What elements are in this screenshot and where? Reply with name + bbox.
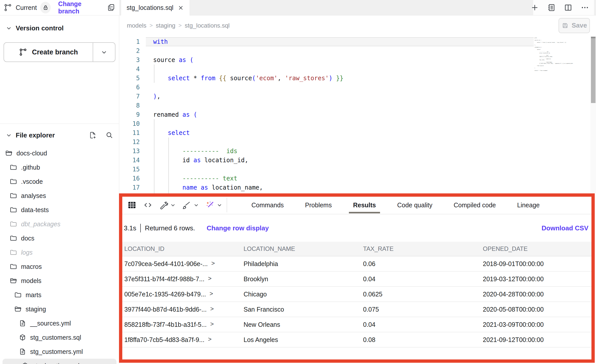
table-cell: Chicago [242,291,361,298]
tree-item--github[interactable]: .github [0,160,119,174]
tree-item-logs[interactable]: logs [0,245,119,259]
code-text: ---------- ids [153,147,237,156]
tree-item-stg-customers-yml[interactable]: stg_customers.yml [0,345,119,359]
tree-item-marts[interactable]: marts [0,288,119,302]
panel-tab-lineage[interactable]: Lineage [517,197,540,213]
tree-item-stg-customers-sql[interactable]: stg_customers.sql [0,330,119,345]
line-number: 8 [119,101,140,110]
table-cell: 7c079cea-5ed4-4101-906e-...> [122,260,242,268]
tree-item-data-tests[interactable]: data-tests [0,203,119,217]
code-line-17[interactable]: 17 name as location_name, [119,183,596,192]
save-button[interactable]: Save [559,18,590,33]
tree-item-stg-locations-sql[interactable]: stg_locations.sql [3,359,116,364]
ai-fix-wand-icon[interactable] [204,199,224,211]
code-line-6[interactable]: 6 [119,83,596,92]
tab-stg-locations-sql[interactable]: stg_locations.sql [121,0,190,15]
line-number: 1 [119,37,140,46]
code-line-4[interactable]: 4 [119,65,596,74]
code-line-15[interactable]: 15 [119,165,596,174]
editor-scrollbar[interactable] [590,35,596,194]
chevron-down-icon[interactable] [6,25,12,31]
tree-item-macros[interactable]: macros [0,259,119,274]
code-line-10[interactable]: 10 [119,119,596,128]
change-branch-link[interactable]: Change branch [58,0,99,15]
code-line-9[interactable]: 9renamed as ( [119,110,596,119]
scrollbar-thumb[interactable] [591,37,595,103]
folder-icon [10,249,17,256]
code-line-1[interactable]: 1with [119,37,596,46]
format-brush-icon[interactable] [181,199,201,211]
build-wrench-icon[interactable] [157,199,177,211]
code-line-5[interactable]: 5 select * from {{ source('ecom', 'raw_s… [119,74,596,83]
tree-item-dbt-packages[interactable]: dbt_packages [0,217,119,231]
expand-cell-chevron-icon[interactable]: > [211,260,215,267]
close-tab-icon[interactable] [177,5,184,11]
code-line-7[interactable]: 7), [119,92,596,101]
lock-icon [42,4,49,11]
code-line-16[interactable]: 16 ---------- text [119,174,596,183]
code-text: select [153,128,190,137]
table-row: 005e7e1c-1935-4269-b479...>Chicago0.0625… [122,287,591,302]
expand-cell-chevron-icon[interactable]: > [210,320,214,328]
tree-item-docs-cloud[interactable]: docs-cloud [0,146,119,160]
breadcrumb-part[interactable]: models [127,22,146,29]
tree-item-analyses[interactable]: analyses [0,189,119,203]
tree-item--sources-yml[interactable]: __sources.yml [0,316,119,330]
create-branch-main[interactable]: Create branch [4,43,93,62]
version-control-section: Version control Create branch [0,15,119,124]
current-branch-label: Current [16,4,37,11]
tree-item-models[interactable]: models [0,274,119,288]
table-cell: 2021-03-09T00:00:00 [481,321,591,328]
panel-tab-problems[interactable]: Problems [305,197,332,213]
sidebar: Version control Create branch [0,15,119,364]
new-file-icon[interactable] [89,131,97,139]
folder-icon [10,263,17,270]
breadcrumb-part[interactable]: staging [156,22,175,29]
search-icon[interactable] [105,131,113,139]
code-editor[interactable]: 1with23source as (45 select * from {{ so… [119,35,596,194]
rows-returned: Returned 6 rows. [145,224,195,232]
notebook-icon[interactable] [547,3,556,12]
code-icon[interactable] [142,199,154,211]
top-bar: Current Change branch [0,0,119,15]
code-line-13[interactable]: 13 ---------- ids [119,147,596,156]
chevron-down-icon [170,202,176,208]
code-line-2[interactable]: 2 [119,46,596,55]
download-csv-link[interactable]: Download CSV [542,224,588,232]
tree-item-staging[interactable]: staging [0,302,119,316]
chevron-down-icon[interactable] [6,132,12,138]
code-line-11[interactable]: 11 select [119,128,596,137]
panel-tabs: CommandsProblemsResultsCode qualityCompi… [251,197,540,213]
expand-cell-chevron-icon[interactable]: > [210,290,213,297]
copy-icon[interactable] [107,3,115,12]
file-explorer-title: File explorer [16,131,55,139]
tree-item--vscode[interactable]: .vscode [0,174,119,189]
tree-item-docs[interactable]: docs [0,231,119,245]
git-branch-icon [19,48,27,56]
change-row-display-link[interactable]: Change row display [207,224,269,232]
table-header-row: LOCATION_IDLOCATION_NAMETAX_RATEOPENED_D… [122,242,591,256]
panel-tab-results[interactable]: Results [353,197,376,213]
dbt-cloud-ide: Current Change branch stg_locations.sq [0,0,596,364]
code-line-8[interactable]: 8 [119,101,596,110]
code-line-12[interactable]: 12 [119,137,596,147]
code-line-3[interactable]: 3source as ( [119,55,596,65]
tab-title: stg_locations.sql [127,4,173,11]
code-line-14[interactable]: 14 id as location_id, [119,156,596,165]
new-tab-icon[interactable] [530,3,539,12]
create-branch-dropdown[interactable] [93,43,115,62]
save-label: Save [572,22,587,29]
tree-item-label: macros [21,263,42,270]
panel-tab-code-quality[interactable]: Code quality [397,197,432,213]
column-header-tax_rate: TAX_RATE [361,245,481,252]
code-text: ), [153,92,161,101]
expand-cell-chevron-icon[interactable]: > [208,275,211,282]
editor-minimap[interactable]: with source as ( select * from {{ source… [534,37,590,71]
more-options-icon[interactable] [580,3,589,12]
panel-tab-commands[interactable]: Commands [251,197,284,213]
expand-cell-chevron-icon[interactable]: > [210,305,214,312]
panel-tab-compiled-code[interactable]: Compiled code [454,197,496,213]
split-editor-icon[interactable] [564,3,573,12]
expand-cell-chevron-icon[interactable]: > [208,336,211,343]
preview-table-icon[interactable] [125,198,138,212]
